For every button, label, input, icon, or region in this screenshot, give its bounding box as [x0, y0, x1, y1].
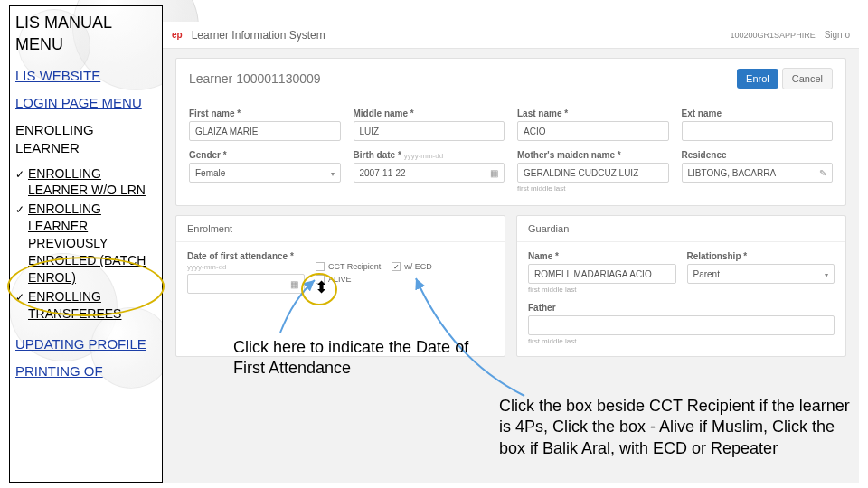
app-header: ep Learner Information System 100200GR1S…	[163, 22, 859, 49]
middle-name-field: Middle name * LUIZ	[354, 108, 505, 141]
field-value: Parent	[693, 269, 826, 279]
father-input[interactable]	[528, 315, 835, 335]
field-value: ROMELL MADARIAGA ACIO	[534, 269, 670, 279]
annotation-text: Click the box beside CCT Recipient if th…	[499, 396, 861, 459]
nav-login-page-menu[interactable]: LOGIN PAGE MENU	[15, 94, 156, 112]
annotation-text: Click here to indicate the Date of First…	[233, 337, 477, 380]
check-icon: ✓	[15, 202, 28, 217]
field-value: Female	[195, 168, 331, 178]
field-label: Father	[528, 303, 835, 313]
highlight-oval	[7, 257, 165, 316]
checkbox-icon: ✓	[392, 262, 401, 271]
enrol-button[interactable]: Enrol	[737, 69, 778, 89]
calendar-icon[interactable]: ▦	[290, 279, 298, 289]
learner-panel: Learner 100001130009 Enrol Cancel First …	[175, 58, 846, 206]
maiden-name-field: Mother's maiden name * GERALDINE CUDCUZ …	[517, 150, 669, 192]
guardian-name-field: Name * ROMELL MADARIAGA ACIO first middl…	[528, 251, 676, 294]
nav-updating-profile[interactable]: UPDATING PROFILE	[15, 335, 156, 353]
calendar-icon: ▦	[490, 168, 498, 178]
field-value: 2007-11-22	[360, 168, 491, 178]
birth-date-input[interactable]: 2007-11-22▦	[354, 163, 505, 183]
ext-name-field: Ext name	[682, 108, 834, 141]
middle-name-input[interactable]: LUIZ	[354, 121, 505, 141]
placeholder-hint: yyyy-mm-dd	[187, 263, 227, 271]
last-name-field: Last name * ACIO	[517, 108, 669, 141]
gender-select[interactable]: Female	[189, 163, 341, 183]
residence-input[interactable]: LIBTONG, BACARRA	[682, 163, 834, 183]
subpanel-title: Guardian	[517, 216, 845, 242]
user-id: 100200GR1SAPPHIRE	[731, 31, 816, 40]
sidebar-item-label: ENROLLING LEARNER W/O LRN	[28, 165, 156, 200]
field-value: LUIZ	[360, 127, 499, 136]
placeholder-hint: yyyy-mm-dd	[404, 152, 444, 160]
field-sublabel: first middle last	[528, 286, 676, 294]
checkbox-icon	[316, 262, 325, 271]
field-label: Birth date *	[354, 150, 401, 160]
enrolment-panel: Enrolment Date of first attendance * yyy…	[175, 215, 505, 357]
residence-field: Residence LIBTONG, BACARRA	[682, 150, 834, 192]
sidebar-list-item[interactable]: ✓ENROLLING LEARNER W/O LRN	[15, 165, 156, 200]
manual-menu-sidebar: LIS MANUAL MENU LIS WEBSITE LOGIN PAGE M…	[9, 5, 163, 483]
birth-date-field: Birth date * yyyy-mm-dd 2007-11-22▦	[354, 150, 505, 192]
field-value: GERALDINE CUDCUZ LUIZ	[524, 168, 663, 178]
panel-title-id: 100001130009	[236, 71, 320, 86]
panel-header: Learner 100001130009 Enrol Cancel	[176, 59, 845, 99]
check-icon: ✓	[15, 167, 28, 182]
cursor-icon: ⬍	[315, 277, 328, 297]
cct-recipient-checkbox[interactable]: CCT Recipient	[316, 262, 381, 271]
father-field: Father first middle last	[528, 303, 835, 345]
guardian-name-input[interactable]: ROMELL MADARIAGA ACIO	[528, 264, 676, 284]
date-first-attendance-input[interactable]: ▦	[187, 274, 305, 294]
field-value: LIBTONG, BACARRA	[688, 168, 820, 178]
field-label: Ext name	[682, 108, 834, 118]
field-label: Relationship *	[687, 251, 835, 261]
signout-link[interactable]: Sign o	[825, 30, 850, 40]
field-label: Last name *	[517, 108, 669, 118]
field-label: Date of first attendance *	[187, 251, 294, 261]
first-name-input[interactable]: GLAIZA MARIE	[189, 121, 341, 141]
nav-lis-website[interactable]: LIS WEBSITE	[15, 67, 156, 85]
field-label: Residence	[682, 150, 834, 160]
sidebar-title: LIS MANUAL MENU	[15, 12, 156, 56]
guardian-panel: Guardian Name * ROMELL MADARIAGA ACIO fi…	[516, 215, 846, 357]
last-name-input[interactable]: ACIO	[517, 121, 669, 141]
gender-field: Gender * Female	[189, 150, 341, 192]
sidebar-heading: ENROLLING LEARNER	[15, 121, 156, 158]
field-label: Name *	[528, 251, 676, 261]
chevron-down-icon	[825, 269, 828, 279]
guardian-relationship-select[interactable]: Parent	[687, 264, 835, 284]
nav-printing-of[interactable]: PRINTING OF	[15, 362, 156, 380]
with-ecd-checkbox[interactable]: ✓w/ ECD	[392, 262, 432, 271]
guardian-relationship-field: Relationship * Parent	[687, 251, 835, 294]
chevron-down-icon	[331, 168, 335, 178]
checkbox-label: w/ ECD	[404, 262, 432, 271]
field-label: Middle name *	[354, 108, 505, 118]
date-first-attendance-field: Date of first attendance * yyyy-mm-dd ▦	[187, 251, 305, 294]
field-label: First name *	[189, 108, 341, 118]
app-title: Learner Information System	[192, 29, 326, 42]
panel-title-prefix: Learner	[189, 71, 232, 86]
edit-icon[interactable]	[819, 168, 826, 178]
field-value: GLAIZA MARIE	[195, 127, 335, 136]
field-value: ACIO	[524, 127, 663, 136]
field-sublabel: first middle last	[528, 337, 835, 345]
learner-form: First name * GLAIZA MARIE Middle name * …	[176, 99, 845, 205]
field-label: Mother's maiden name *	[517, 150, 669, 160]
subpanel-title: Enrolment	[176, 216, 505, 242]
maiden-name-input[interactable]: GERALDINE CUDCUZ LUIZ	[517, 163, 669, 183]
dep-logo-fragment: ep	[172, 30, 183, 40]
field-sublabel: first middle last	[517, 184, 669, 192]
field-label: Gender *	[189, 150, 341, 160]
cancel-button[interactable]: Cancel	[782, 68, 833, 89]
checkbox-label: CCT Recipient	[328, 262, 381, 271]
first-name-field: First name * GLAIZA MARIE	[189, 108, 341, 141]
ext-name-input[interactable]	[682, 121, 834, 141]
